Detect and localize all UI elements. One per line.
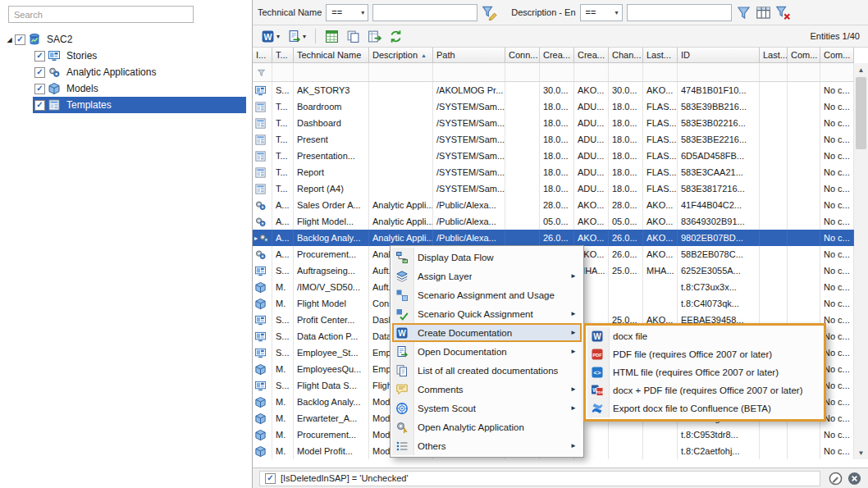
grid-row[interactable]: ▸A...Backlog Analy...Analytic Appli.../P… (253, 230, 854, 246)
menu-item-create-documentation[interactable]: WCreate Documentation► (392, 323, 582, 342)
column-header-description[interactable]: Description▲ (369, 48, 433, 62)
column-header-t[interactable]: T... (272, 48, 294, 62)
grid-row[interactable]: T...Report/SYSTEM/Sam...18.0...ADU...18.… (253, 164, 854, 180)
tree-node-templates[interactable]: ✓Templates (33, 97, 246, 113)
template-icon (254, 101, 267, 113)
menu-item-pdf-file-requires-office-2007-or-later[interactable]: PDFPDF file (requires Office 2007 or lat… (587, 345, 822, 363)
menu-item-system-scout[interactable]: System Scout► (392, 399, 582, 417)
model-icon (254, 298, 267, 310)
create-documentation-button[interactable]: W▾ (258, 27, 283, 45)
story-icon (48, 49, 61, 62)
tree-node-sac2[interactable]: ◢✓SAC2 (0, 31, 246, 48)
template-icon (254, 150, 267, 162)
menu-item-assign-layer[interactable]: Assign Layer► (392, 267, 582, 285)
scroll-up-button[interactable]: ▲ (854, 63, 868, 76)
column-header-chan[interactable]: Chan... (609, 48, 643, 62)
copy-grid-button[interactable] (343, 27, 363, 45)
menu-item-scenario-quick-assignment[interactable]: Scenario Quick Assignment► (392, 304, 582, 323)
app-icon (48, 66, 61, 79)
filter-input-description-en[interactable] (627, 4, 732, 21)
copy-grid-icon (346, 30, 360, 43)
edit-filter-button[interactable] (829, 472, 843, 486)
menu-item-html-file-requires-office-2007-or-later[interactable]: <>HTML file (requires Office 2007 or lat… (587, 363, 822, 381)
column-header-conn[interactable]: Conn... (505, 48, 540, 62)
menu-item-label: Comments (418, 385, 464, 395)
grid-row[interactable]: S...AK_STORY3/AKOLMOG Pr...30.0...AKO...… (253, 82, 854, 98)
menu-item-scenario-assignment-and-usage[interactable]: Scenario Assignment and Usage (392, 285, 582, 304)
checkbox[interactable]: ✓ (34, 84, 45, 94)
story-icon (254, 265, 267, 277)
grid-row[interactable]: T...Dashboard/SYSTEM/Sam...18.0...ADU...… (253, 115, 854, 131)
column-header-crea[interactable]: Crea... (574, 48, 609, 62)
tree-node-models[interactable]: ✓Models (33, 80, 246, 97)
clear-filter-button[interactable] (847, 472, 861, 486)
grid-row[interactable]: T...Report (A4)/SYSTEM/Sam...18.0...ADU.… (253, 180, 854, 197)
column-header-path[interactable]: Path (433, 48, 505, 62)
export-grid-button[interactable] (364, 27, 385, 45)
menu-item-display-data-flow[interactable]: Display Data Flow (392, 248, 582, 267)
refresh-button[interactable] (386, 27, 406, 45)
grid-row[interactable]: A...Sales Order A...Analytic Appli.../Pu… (253, 197, 854, 213)
grid-row[interactable]: T...Present/SYSTEM/Sam...18.0...ADU...18… (253, 131, 854, 148)
filter-row[interactable] (253, 63, 854, 82)
column-header-last[interactable]: Last... (760, 48, 788, 62)
open-documentation-button[interactable]: ▾ (284, 27, 309, 45)
filter-icon[interactable] (736, 5, 752, 21)
tree-node-stories[interactable]: ✓Stories (33, 48, 246, 64)
column-header-com[interactable]: Com... (788, 48, 820, 62)
column-header-id[interactable]: ID (678, 48, 760, 62)
scroll-thumb[interactable] (856, 77, 866, 149)
column-header-com[interactable]: Com... (820, 48, 854, 62)
template-icon (254, 166, 267, 179)
filter-edit-icon[interactable] (482, 5, 497, 21)
app-icon (254, 216, 267, 228)
menu-item-others[interactable]: Others► (392, 436, 582, 455)
story-icon (254, 347, 267, 359)
menu-item-label: Open Analytic Application (418, 422, 524, 432)
svg-text:PDF: PDF (596, 390, 604, 395)
vertical-scrollbar[interactable]: ▲ ▼ (854, 63, 868, 459)
column-header-crea[interactable]: Crea... (540, 48, 574, 62)
menu-item-export-docx-file-to-confluence-beta[interactable]: Export docx file to Confluence (BETA) (587, 399, 822, 417)
checkbox[interactable]: ✓ (34, 100, 45, 111)
search-input[interactable] (8, 6, 194, 23)
menu-item-docx-file[interactable]: Wdocx file (587, 327, 822, 345)
column-header-last[interactable]: Last... (643, 48, 678, 62)
menu-item-docx-pdf-file-requires-office-2007-or-later[interactable]: WPDFdocx + PDF file (requires Office 200… (587, 381, 822, 399)
checkbox[interactable]: ✓ (15, 34, 25, 45)
pdf-icon: PDF (591, 348, 604, 361)
sort-ascending-icon: ▲ (421, 52, 427, 58)
template-icon (254, 117, 267, 130)
operator-select-description-en[interactable]: ==▾ (580, 4, 623, 21)
submenu-arrow-icon: ► (565, 442, 577, 449)
column-header-technical-name[interactable]: Technical Name (294, 48, 369, 62)
column-chooser-icon[interactable] (756, 5, 771, 21)
list-documentations-icon (395, 364, 409, 377)
grid-row[interactable]: T...Presentation.../SYSTEM/Sam...18.0...… (253, 148, 854, 164)
menu-item-open-documentation[interactable]: Open Documentation► (392, 342, 582, 361)
expander-icon[interactable]: ◢ (4, 36, 15, 43)
grid-row[interactable]: T...Boardroom/SYSTEM/Sam...18.0...ADU...… (253, 98, 854, 115)
filter-input-technical-name[interactable] (372, 4, 477, 21)
tree-node-analytic-applications[interactable]: ✓Analytic Applications (33, 64, 246, 80)
submenu-arrow-icon: ► (565, 348, 577, 355)
checkbox[interactable]: ✓ (34, 67, 45, 78)
menu-item-list-of-all-created-documentations[interactable]: List of all created documentations (392, 361, 582, 380)
clear-filter-icon[interactable] (775, 5, 791, 21)
filter-active-checkbox[interactable]: ✓ (265, 473, 276, 484)
grid-row[interactable]: A...Flight Model...Analytic Appli.../Pub… (253, 213, 854, 230)
menu-item-label: List of all created documentations (418, 366, 558, 376)
active-filter-text: [IsDeletedInSAP] = 'Unchecked' (281, 473, 409, 483)
operator-select-technical-name[interactable]: ==▾ (326, 4, 368, 21)
column-header-i[interactable]: I... (253, 48, 272, 62)
sac-system-icon (28, 33, 41, 46)
story-icon (254, 331, 267, 343)
menu-item-comments[interactable]: Comments► (392, 380, 582, 399)
grid-header-row: I...T...Technical NameDescription▲PathCo… (253, 48, 854, 63)
scenario-quick-icon (395, 308, 409, 321)
scroll-down-button[interactable]: ▼ (854, 446, 868, 459)
data-flow-icon (395, 251, 409, 264)
checkbox[interactable]: ✓ (34, 51, 45, 62)
export-excel-button[interactable] (322, 27, 342, 45)
menu-item-open-analytic-application[interactable]: Open Analytic Application (392, 417, 582, 436)
